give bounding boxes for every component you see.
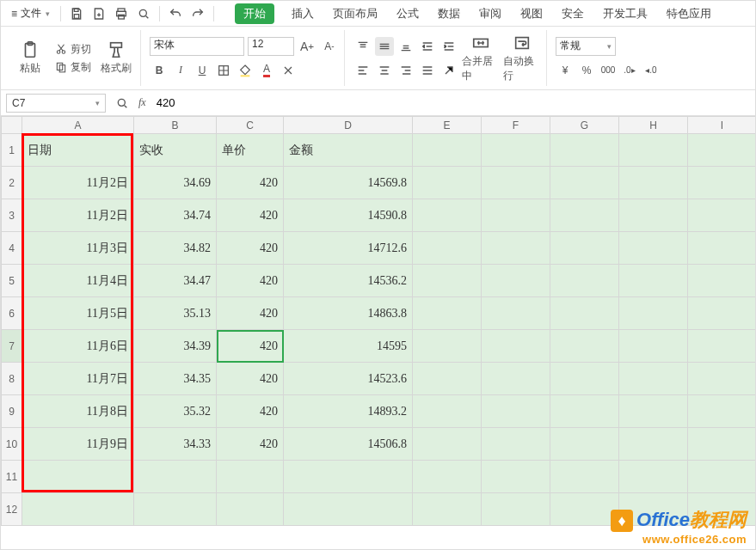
cell-I5[interactable] <box>688 265 756 297</box>
cell-G2[interactable] <box>550 167 619 199</box>
cell-I1[interactable] <box>688 134 756 167</box>
cell-F7[interactable] <box>482 330 550 363</box>
cell-B4[interactable]: 34.82 <box>134 232 217 265</box>
cell-H11[interactable] <box>619 461 688 493</box>
align-top-icon[interactable] <box>353 37 372 56</box>
decrease-indent-icon[interactable] <box>418 37 437 56</box>
cell-H1[interactable] <box>619 134 688 167</box>
row-header[interactable]: 5 <box>2 265 22 297</box>
cell-G9[interactable] <box>550 395 619 428</box>
cell-E8[interactable] <box>413 363 482 395</box>
row-header[interactable]: 1 <box>2 134 22 167</box>
cell-H2[interactable] <box>619 167 688 199</box>
orientation-icon[interactable] <box>439 61 458 80</box>
cell-E9[interactable] <box>413 395 482 428</box>
cell-C1[interactable]: 单价 <box>217 134 284 167</box>
cell-D12[interactable] <box>284 493 413 526</box>
align-center-icon[interactable] <box>375 61 394 80</box>
cell-I2[interactable] <box>688 167 756 199</box>
name-box[interactable]: C7 ▾ <box>6 94 106 113</box>
merge-center-button[interactable]: 合并居中 <box>462 34 500 83</box>
tab-home[interactable]: 开始 <box>235 3 274 24</box>
cell-D7[interactable]: 14595 <box>284 330 413 363</box>
cell-B5[interactable]: 34.47 <box>134 265 217 297</box>
justify-icon[interactable] <box>418 61 437 80</box>
row-header[interactable]: 3 <box>2 199 22 232</box>
cell-G3[interactable] <box>550 199 619 232</box>
cell-B2[interactable]: 34.69 <box>134 167 217 199</box>
cell-H3[interactable] <box>619 199 688 232</box>
col-header-H[interactable]: H <box>619 117 688 134</box>
copy-button[interactable]: 复制 <box>52 59 94 76</box>
cell-D5[interactable]: 14536.2 <box>284 265 413 297</box>
select-all-corner[interactable] <box>2 117 22 134</box>
cell-C9[interactable]: 420 <box>217 395 284 428</box>
cell-F4[interactable] <box>482 232 550 265</box>
cell-C12[interactable] <box>217 493 284 526</box>
row-header[interactable]: 9 <box>2 395 22 428</box>
cell-A7[interactable]: 11月6日 <box>22 330 134 363</box>
cell-H8[interactable] <box>619 363 688 395</box>
tab-formulas[interactable]: 公式 <box>395 3 421 25</box>
cell-I10[interactable] <box>688 428 756 461</box>
cell-E6[interactable] <box>413 297 482 330</box>
row-header[interactable]: 10 <box>2 428 22 461</box>
cell-E4[interactable] <box>413 232 482 265</box>
fx-icon[interactable]: fx <box>138 96 146 109</box>
cell-C8[interactable]: 420 <box>217 363 284 395</box>
cut-button[interactable]: 剪切 <box>52 41 94 58</box>
row-header[interactable]: 4 <box>2 232 22 265</box>
cell-C5[interactable]: 420 <box>217 265 284 297</box>
bold-icon[interactable]: B <box>150 61 169 80</box>
cell-I3[interactable] <box>688 199 756 232</box>
tab-page-layout[interactable]: 页面布局 <box>331 3 379 25</box>
cell-E11[interactable] <box>413 461 482 493</box>
underline-icon[interactable]: U <box>193 61 212 80</box>
cell-B11[interactable] <box>134 461 217 493</box>
cell-F8[interactable] <box>482 363 550 395</box>
file-menu-button[interactable]: ≡ 文件 ▾ <box>6 4 55 22</box>
cell-G4[interactable] <box>550 232 619 265</box>
cell-F6[interactable] <box>482 297 550 330</box>
cell-G8[interactable] <box>550 363 619 395</box>
cell-G10[interactable] <box>550 428 619 461</box>
cell-H6[interactable] <box>619 297 688 330</box>
col-header-G[interactable]: G <box>550 117 619 134</box>
tab-dev-tools[interactable]: 开发工具 <box>601 3 649 25</box>
cell-H7[interactable] <box>619 330 688 363</box>
cell-B8[interactable]: 34.35 <box>134 363 217 395</box>
cell-F2[interactable] <box>482 167 550 199</box>
row-header[interactable]: 11 <box>2 461 22 493</box>
cell-I11[interactable] <box>688 461 756 493</box>
cell-H9[interactable] <box>619 395 688 428</box>
cell-F12[interactable] <box>482 493 550 526</box>
cell-D4[interactable]: 14712.6 <box>284 232 413 265</box>
cell-G7[interactable] <box>550 330 619 363</box>
fill-color-icon[interactable] <box>236 61 255 80</box>
cell-C3[interactable]: 420 <box>217 199 284 232</box>
decrease-font-icon[interactable]: A- <box>320 37 339 56</box>
cell-F3[interactable] <box>482 199 550 232</box>
cell-B9[interactable]: 35.32 <box>134 395 217 428</box>
redo-icon[interactable] <box>187 3 208 24</box>
cell-E2[interactable] <box>413 167 482 199</box>
cell-I7[interactable] <box>688 330 756 363</box>
tab-review[interactable]: 审阅 <box>477 3 503 25</box>
cell-H4[interactable] <box>619 232 688 265</box>
cell-G5[interactable] <box>550 265 619 297</box>
decrease-decimal-icon[interactable]: ◂.0 <box>642 61 661 80</box>
cell-E3[interactable] <box>413 199 482 232</box>
font-name-select[interactable]: 宋体 <box>150 37 244 56</box>
paste-button[interactable]: 粘贴 <box>11 34 49 83</box>
cell-I4[interactable] <box>688 232 756 265</box>
cell-F10[interactable] <box>482 428 550 461</box>
cell-B6[interactable]: 35.13 <box>134 297 217 330</box>
cell-F11[interactable] <box>482 461 550 493</box>
font-color-icon[interactable]: A <box>257 61 276 80</box>
cell-A4[interactable]: 11月3日 <box>22 232 134 265</box>
align-bottom-icon[interactable] <box>396 37 415 56</box>
cell-F1[interactable] <box>482 134 550 167</box>
tab-data[interactable]: 数据 <box>436 3 462 25</box>
row-header[interactable]: 12 <box>2 493 22 526</box>
row-header[interactable]: 2 <box>2 167 22 199</box>
